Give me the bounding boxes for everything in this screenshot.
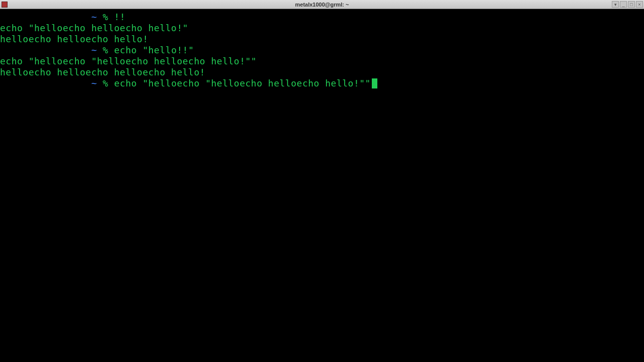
terminal-line: ~ % !! [0,12,644,23]
window-titlebar: metalx1000@grml: ~ ▾ _ □ × [0,0,644,9]
minimize-button[interactable]: _ [620,1,627,8]
command-text: echo "hello!!" [114,45,194,55]
prompt-path: ~ [91,78,97,88]
terminal-line: echo "helloecho "helloecho helloecho hel… [0,56,644,67]
dropdown-button[interactable]: ▾ [612,1,619,8]
window-title: metalx1000@grml: ~ [295,2,349,8]
prompt-symbol: % [103,45,108,55]
prompt-symbol: % [103,78,108,88]
window-controls: ▾ _ □ × [612,1,643,8]
prompt-path: ~ [91,45,97,55]
close-button[interactable]: × [636,1,643,8]
terminal-line: helloecho helloecho helloecho hello! [0,67,644,78]
prompt-symbol: % [103,12,108,22]
terminal-line: echo "helloecho helloecho hello!" [0,23,644,34]
app-icon [2,2,8,8]
terminal-line: ~ % echo "helloecho "helloecho helloecho… [0,78,644,89]
terminal-line: ~ % echo "hello!!" [0,45,644,56]
cursor [372,78,377,88]
maximize-button[interactable]: □ [628,1,635,8]
terminal-line: helloecho helloecho hello! [0,34,644,45]
prompt-path: ~ [91,12,97,22]
terminal-area[interactable]: ~ % !! echo "helloecho helloecho hello!"… [0,9,644,362]
command-text: echo "helloecho "helloecho helloecho hel… [114,78,371,88]
command-text: !! [114,12,126,22]
